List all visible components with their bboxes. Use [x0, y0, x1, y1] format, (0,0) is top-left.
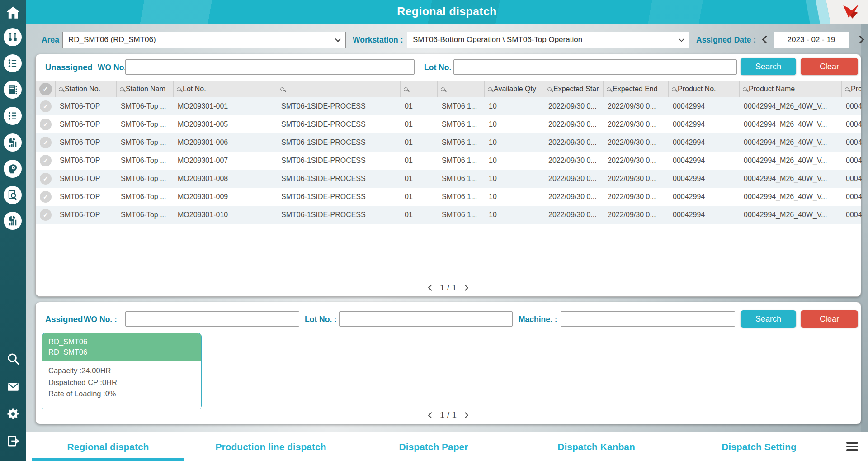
page-title: Regional dispatch [26, 5, 868, 18]
assigned-date-input[interactable]: 2023 - 02 - 19 [774, 32, 849, 48]
table-row[interactable]: ✓SMT06-TOPSMT06-Top ...MO209301-007SMT06… [36, 152, 861, 170]
settings-icon[interactable] [6, 407, 20, 421]
row-checkbox[interactable]: ✓ [36, 206, 56, 224]
table-cell: 10 [485, 97, 544, 115]
checklist-icon[interactable] [4, 107, 22, 125]
table-cell: 00042994 [669, 188, 740, 206]
hamburger-menu-icon[interactable] [846, 442, 858, 453]
table-row[interactable]: ✓SMT06-TOPSMT06-Top ...MO209301-010SMT06… [36, 206, 861, 224]
table-cell: 00042994 [669, 152, 740, 170]
unassigned-clear-button[interactable]: Clear [801, 58, 858, 75]
row-checkbox[interactable]: ✓ [36, 115, 56, 133]
select-all-checkbox[interactable]: ✓ [36, 81, 56, 97]
report-icon[interactable] [4, 81, 22, 99]
row-checkbox[interactable]: ✓ [36, 152, 56, 170]
table-cell: MO209301-006 [174, 133, 277, 152]
unassigned-lot-input[interactable] [453, 59, 737, 75]
tab-dispatch-paper[interactable]: Dispatch Paper [357, 432, 510, 461]
page-indicator: 1 / 1 [440, 283, 457, 293]
table-cell: MO209301-007 [174, 152, 277, 170]
table-cell: 00042 [842, 152, 862, 170]
assigned-panel: Assigned WO No. : Lot No. : Machine. : S… [35, 302, 861, 424]
row-checkbox[interactable]: ✓ [36, 97, 56, 115]
unassigned-search-button[interactable]: Search [741, 58, 796, 75]
mail-icon[interactable] [6, 380, 20, 394]
tab-dispatch-setting[interactable]: Dispatch Setting [683, 432, 835, 461]
table-cell: SMT06 1... [438, 97, 485, 115]
column-header-expected-star[interactable]: Expected Star [544, 81, 604, 97]
table-cell: 00042994 [669, 206, 740, 224]
table-body: ✓SMT06-TOPSMT06-Top ...MO209301-001SMT06… [36, 97, 861, 224]
table-cell: 2022/09/30 0... [604, 170, 669, 188]
table-cell: SMT06-1SIDE-PROCESS [277, 206, 401, 224]
checklist-icon[interactable] [4, 54, 22, 72]
assigned-lot-input[interactable] [339, 311, 513, 327]
tab-dispatch-kanban[interactable]: Dispatch Kanban [520, 432, 673, 461]
table-cell: 00042 [842, 133, 862, 152]
table-cell: 10 [485, 170, 544, 188]
assigned-lot-label: Lot No. : [305, 315, 337, 324]
table-cell: 2022/09/30 0... [604, 97, 669, 115]
search-icon [120, 87, 124, 91]
table-row[interactable]: ✓SMT06-TOPSMT06-Top ...MO209301-006SMT06… [36, 133, 861, 152]
row-checkbox[interactable]: ✓ [36, 170, 56, 188]
page-next-icon[interactable] [462, 285, 468, 291]
table-row[interactable]: ✓SMT06-TOPSMT06-Top ...MO209301-001SMT06… [36, 97, 861, 115]
column-header-prod[interactable]: Prod [842, 81, 861, 97]
area-select-value: RD_SMT06 (RD_SMT06) [68, 35, 156, 44]
column-header-blank-5[interactable] [438, 81, 485, 97]
column-header-product-no-[interactable]: Product No. [669, 81, 740, 97]
assigned-machine-input[interactable] [561, 311, 735, 327]
analytics-icon[interactable] [4, 133, 22, 152]
table-cell: 10 [485, 206, 544, 224]
assigned-search-button[interactable]: Search [741, 310, 796, 328]
table-cell: 10 [485, 188, 544, 206]
unassigned-panel: Unassigned WO No. : Lot No. : Search Cle… [35, 54, 861, 297]
table-cell: 00042994 [669, 133, 740, 152]
assigned-clear-button[interactable]: Clear [801, 310, 858, 328]
column-header-product-name[interactable]: Product Name [740, 81, 842, 97]
region-capacity-card[interactable]: RD_SMT06RD_SMT06 Capacity :24.00HRDispat… [42, 333, 202, 409]
row-checkbox[interactable]: ✓ [36, 188, 56, 206]
assigned-wo-input[interactable] [125, 311, 299, 327]
table-row[interactable]: ✓SMT06-TOPSMT06-Top ...MO209301-009SMT06… [36, 188, 861, 206]
table-cell: SMT06-1SIDE-PROCESS [277, 188, 401, 206]
tab-production-line-dispatch[interactable]: Production line dispatch [194, 432, 347, 461]
workstation-select[interactable]: SMT06-Bottom Operation \ SMT06-Top Opera… [407, 32, 689, 48]
column-header-blank-3[interactable] [277, 81, 401, 97]
logout-icon[interactable] [6, 434, 20, 448]
tab-regional-dispatch[interactable]: Regional dispatch [32, 432, 184, 461]
search-icon [547, 87, 552, 91]
page-prev-icon[interactable] [428, 285, 434, 291]
table-cell: 01 [401, 97, 438, 115]
home-icon[interactable] [5, 5, 21, 21]
table-cell: 01 [401, 133, 438, 152]
document-search-icon[interactable] [4, 186, 22, 204]
search-icon[interactable] [6, 352, 20, 366]
column-header-station-nam[interactable]: Station Nam [117, 81, 174, 97]
date-prev-button[interactable] [762, 35, 770, 43]
table-cell: 01 [401, 188, 438, 206]
workflow-icon[interactable] [4, 28, 22, 46]
column-header-lot-no-[interactable]: Lot No. [174, 81, 277, 97]
area-select[interactable]: RD_SMT06 (RD_SMT06) [62, 32, 346, 48]
column-header-expected-end[interactable]: Expected End [604, 81, 669, 97]
assigned-date-label: Assigned Date : [696, 35, 756, 45]
table-cell: SMT06-Top ... [117, 170, 174, 188]
table-cell: 10 [485, 115, 544, 133]
bottom-tab-bar: Regional dispatchProduction line dispatc… [26, 432, 868, 461]
column-header-available-qty[interactable]: Available Qty [485, 81, 544, 97]
column-header-blank-4[interactable] [401, 81, 438, 97]
ai-assistant-icon[interactable] [4, 160, 22, 178]
table-row[interactable]: ✓SMT06-TOPSMT06-Top ...MO209301-008SMT06… [36, 170, 861, 188]
table-row[interactable]: ✓SMT06-TOPSMT06-Top ...MO209301-005SMT06… [36, 115, 861, 133]
page-next-icon[interactable] [462, 412, 468, 418]
row-checkbox[interactable]: ✓ [36, 133, 56, 152]
assigned-machine-label: Machine. : [519, 315, 557, 324]
column-header-station-no-[interactable]: Station No. [56, 81, 117, 97]
unassigned-wo-input[interactable] [125, 59, 415, 75]
page-prev-icon[interactable] [428, 412, 434, 418]
check-circle-icon: ✓ [40, 137, 52, 148]
analytics-icon[interactable] [4, 212, 22, 230]
check-circle-icon: ✓ [40, 100, 52, 112]
